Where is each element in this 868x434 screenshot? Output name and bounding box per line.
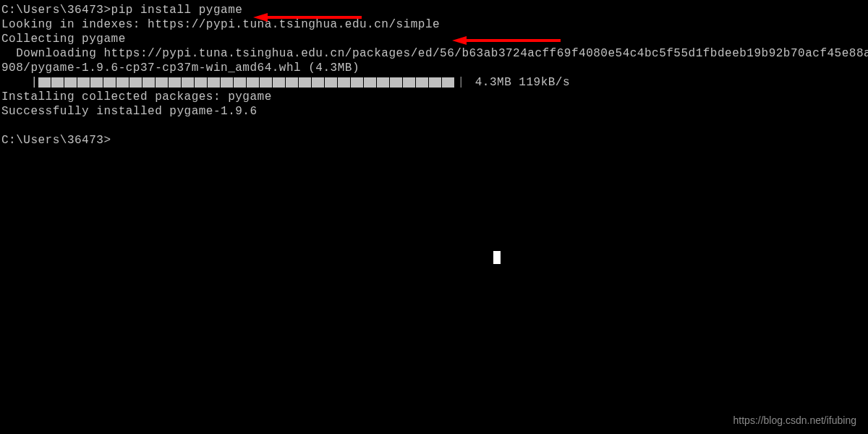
prompt-line-2: C:\Users\36473> — [1, 133, 867, 148]
progress-row: | | 4.3MB 119kB/s — [1, 75, 867, 90]
progress-block — [156, 77, 168, 88]
progress-block — [234, 77, 246, 88]
progress-block — [429, 77, 441, 88]
success-line: Successfully installed pygame-1.9.6 — [1, 104, 867, 119]
progress-block — [416, 77, 428, 88]
progress-bar — [38, 77, 455, 88]
progress-block — [129, 77, 142, 88]
terminal-output: C:\Users\36473>pip install pygame Lookin… — [1, 3, 867, 148]
progress-block — [51, 77, 64, 88]
progress-block — [90, 77, 103, 88]
progress-block — [221, 77, 233, 88]
prompt-line-1: C:\Users\36473>pip install pygame — [1, 3, 867, 17]
progress-block — [299, 77, 311, 88]
progress-block — [351, 77, 363, 88]
progress-block — [286, 77, 298, 88]
progress-block — [38, 77, 51, 88]
prompt-1: C:\Users\36473> — [1, 4, 111, 17]
progress-sep: | — [458, 75, 465, 90]
watermark-text: https://blog.csdn.net/ifubing — [733, 414, 856, 427]
command-text: pip install pygame — [111, 4, 243, 17]
progress-indent: | — [1, 75, 38, 90]
progress-block — [403, 77, 415, 88]
progress-block — [325, 77, 337, 88]
progress-block — [260, 77, 272, 88]
download-line-2: 908/pygame-1.9.6-cp37-cp37m-win_amd64.wh… — [1, 61, 867, 75]
installing-line: Installing collected packages: pygame — [1, 90, 867, 104]
blank-line — [1, 119, 867, 133]
progress-text: 4.3MB 119kB/s — [468, 75, 570, 90]
progress-block — [64, 77, 77, 88]
collecting-line: Collecting pygame — [1, 32, 867, 46]
prompt-2: C:\Users\36473> — [1, 134, 111, 147]
progress-block — [390, 77, 402, 88]
progress-block — [195, 77, 207, 88]
cursor-icon — [493, 251, 501, 264]
progress-block — [377, 77, 389, 88]
progress-block — [338, 77, 350, 88]
progress-block — [442, 77, 454, 88]
indexes-line: Looking in indexes: https://pypi.tuna.ts… — [1, 17, 867, 32]
progress-block — [312, 77, 324, 88]
download-line-1: Downloading https://pypi.tuna.tsinghua.e… — [1, 46, 867, 61]
progress-block — [182, 77, 194, 88]
progress-block — [142, 77, 155, 88]
progress-block — [208, 77, 220, 88]
progress-block — [273, 77, 285, 88]
progress-block — [247, 77, 259, 88]
progress-block — [103, 77, 116, 88]
progress-block — [364, 77, 376, 88]
progress-block — [116, 77, 129, 88]
progress-block — [169, 77, 181, 88]
progress-block — [77, 77, 90, 88]
